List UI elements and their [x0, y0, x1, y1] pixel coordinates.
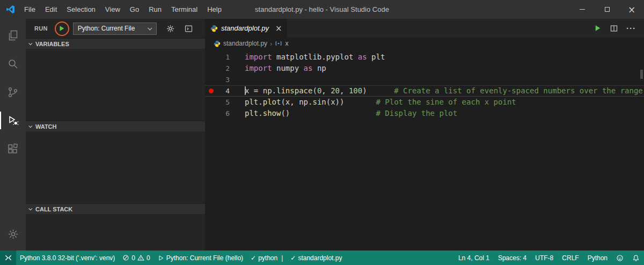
tab-close-icon[interactable]: × [275, 24, 282, 33]
interpreter-label: Python 3.8.0 32-bit ('.venv': venv) [20, 254, 115, 262]
warning-icon [137, 254, 144, 261]
watch-panel [26, 131, 205, 203]
encoding-status[interactable]: UTF-8 [531, 251, 558, 265]
run-toolbar: RUN Python: Current File [26, 19, 205, 38]
vscode-logo-icon [0, 5, 19, 14]
tab-bar-empty-space[interactable] [287, 19, 594, 38]
variables-panel [26, 49, 205, 121]
line-number: 5 [217, 97, 230, 108]
chevron-down-icon [148, 26, 152, 30]
extensions-icon[interactable] [0, 135, 26, 163]
tab-standardplot[interactable]: standardplot.py × [205, 19, 287, 38]
code-line-4[interactable]: 4x = np.linspace(0, 20, 100) # Create a … [205, 85, 644, 97]
menu-terminal[interactable]: Terminal [166, 0, 202, 19]
breakpoint-glyph[interactable] [205, 89, 217, 93]
file-check-label: standardplot.py [298, 254, 342, 262]
line-number: 4 [217, 85, 230, 97]
eol-label: CRLF [562, 254, 579, 262]
close-button[interactable]: × [619, 0, 644, 19]
language-mode-status[interactable]: Python [583, 251, 612, 265]
symbol-variable-icon [275, 40, 282, 47]
indentation-status[interactable]: Spaces: 4 [494, 251, 531, 265]
code-text: x = np.linspace(0, 20, 100) # Create a l… [245, 85, 643, 97]
indentation-label: Spaces: 4 [498, 254, 526, 262]
code-text: plt.show() # Display the plot [245, 108, 457, 119]
explorer-icon[interactable] [0, 21, 26, 49]
debug-configuration-status[interactable]: Python: Current File (hello) [154, 251, 247, 265]
remote-indicator[interactable] [0, 251, 16, 265]
feedback-smiley[interactable] [612, 251, 628, 265]
code-text: import numpy as np [245, 63, 326, 74]
breadcrumb-separator: › [270, 40, 272, 48]
code-line-1[interactable]: 1import matplotlib.pyplot as plt [205, 51, 644, 63]
code-line-3[interactable]: 3 [205, 74, 644, 85]
menu-selection[interactable]: Selection [62, 0, 100, 19]
menu-go[interactable]: Go [125, 0, 144, 19]
window-controls: × [570, 0, 644, 19]
breadcrumb: standardplot.py › x [205, 38, 644, 49]
source-control-icon[interactable] [0, 78, 26, 106]
debug-console-icon[interactable] [184, 24, 193, 33]
linter-status[interactable]: ✓ python | [247, 251, 287, 265]
launch-config-dropdown[interactable]: Python: Current File [73, 23, 157, 35]
cursor-position-status[interactable]: Ln 4, Col 1 [454, 251, 494, 265]
menu-help[interactable]: Help [202, 0, 226, 19]
run-and-debug-icon[interactable] [0, 106, 26, 135]
call-stack-section-header[interactable]: CALL STACK [26, 203, 205, 214]
menu-view[interactable]: View [100, 0, 125, 19]
problems-indicator[interactable]: 0 0 [119, 251, 153, 265]
split-editor-icon[interactable] [610, 24, 618, 33]
code-editor[interactable]: 1import matplotlib.pyplot as plt2import … [205, 49, 644, 251]
menu-file[interactable]: File [19, 0, 40, 19]
manage-gear-icon[interactable] [0, 222, 26, 246]
minimize-button[interactable] [570, 0, 595, 19]
line-number: 6 [217, 108, 230, 119]
notifications-bell[interactable] [628, 251, 644, 265]
code-text: plt.plot(x, np.sin(x)) # Plot the sine o… [245, 97, 516, 108]
code-line-6[interactable]: 6plt.show() # Display the plot [205, 108, 644, 119]
run-python-file-icon[interactable] [594, 24, 602, 32]
maximize-button[interactable] [595, 0, 619, 19]
code-lines: 1import matplotlib.pyplot as plt2import … [205, 51, 644, 119]
search-icon[interactable] [0, 49, 26, 78]
bell-icon [632, 254, 640, 262]
chevron-down-icon [28, 207, 32, 210]
variables-section-label: VARIABLES [35, 41, 69, 47]
python-file-icon [214, 40, 221, 47]
annotation-highlight-ring [55, 21, 69, 36]
eol-status[interactable]: CRLF [558, 251, 583, 265]
tab-bar: standardplot.py × ··· [205, 19, 644, 38]
configure-gear-icon[interactable] [166, 24, 175, 33]
title-bar: File Edit Selection View Go Run Terminal… [0, 0, 644, 19]
play-outline-icon [158, 255, 164, 261]
menu-run[interactable]: Run [144, 0, 166, 19]
variables-section-header[interactable]: VARIABLES [26, 38, 205, 49]
file-check-status[interactable]: ✓ standardplot.py [287, 251, 346, 265]
error-count: 0 [131, 254, 135, 262]
vscode-window: File Edit Selection View Go Run Terminal… [0, 0, 644, 265]
run-debug-sidebar: RUN Python: Current File VARIAB [26, 19, 205, 251]
more-actions-icon[interactable]: ··· [626, 24, 636, 33]
breakpoint-dot[interactable] [209, 89, 214, 93]
warning-count: 0 [147, 254, 150, 262]
menu-edit[interactable]: Edit [40, 0, 62, 19]
scrollbar-thumb[interactable] [640, 70, 643, 79]
breadcrumb-file[interactable]: standardplot.py [223, 40, 267, 47]
start-debugging-button[interactable] [55, 21, 69, 36]
python-interpreter-status[interactable]: Python 3.8.0 32-bit ('.venv': venv) [16, 251, 119, 265]
chevron-down-icon [28, 41, 32, 45]
activity-bar [0, 19, 26, 251]
launch-config-label: Python: Current File [78, 25, 145, 32]
watch-section-header[interactable]: WATCH [26, 121, 205, 131]
menu-bar: File Edit Selection View Go Run Terminal… [19, 0, 226, 19]
debug-config-label: Python: Current File (hello) [166, 254, 243, 262]
breadcrumb-symbol[interactable]: x [285, 40, 288, 47]
watch-section-label: WATCH [35, 123, 57, 130]
linter-label: python [258, 254, 277, 262]
code-line-2[interactable]: 2import numpy as np [205, 63, 644, 74]
code-line-5[interactable]: 5plt.plot(x, np.sin(x)) # Plot the sine … [205, 97, 644, 108]
error-icon [122, 254, 129, 261]
tab-filename: standardplot.py [221, 24, 269, 32]
cursor-position-label: Ln 4, Col 1 [458, 254, 489, 262]
line-number: 1 [217, 51, 230, 63]
